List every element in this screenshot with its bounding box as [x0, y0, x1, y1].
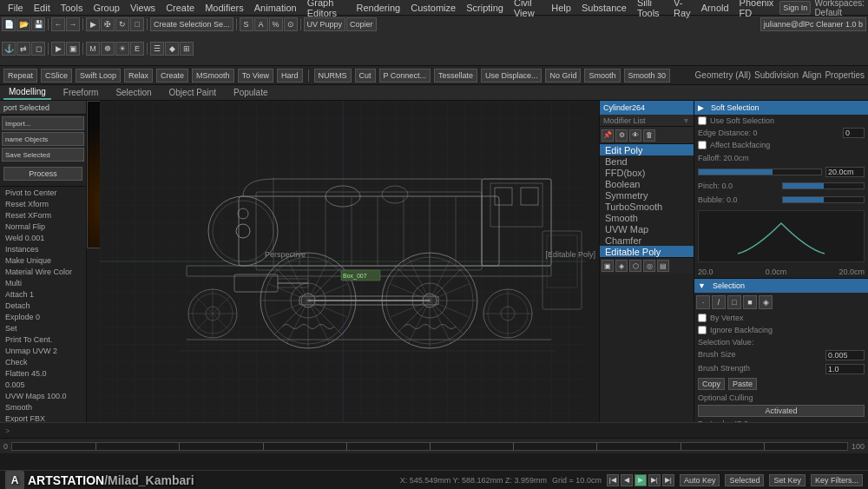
prev-frame-icon[interactable]: ◀ — [621, 474, 633, 486]
ep-reset-xform2[interactable]: Reset XForm — [0, 209, 86, 221]
tb2-link-icon[interactable]: ⚓ — [2, 42, 16, 56]
mod-ffd[interactable]: FFD(box) — [600, 167, 694, 178]
sel-paste-btn[interactable]: Paste — [728, 378, 757, 390]
ep-weld[interactable]: Weld 0.001 — [0, 232, 86, 243]
tb-save-icon[interactable]: 💾 — [31, 17, 45, 31]
menu-arnold[interactable]: Arnold — [697, 0, 733, 15]
menu-phoenix-fd[interactable]: Phoenix FD — [735, 0, 779, 15]
play-end-icon[interactable]: ▶| — [662, 474, 674, 486]
menu-civil-view[interactable]: Civil View — [510, 0, 545, 15]
tab-modelling[interactable]: Modelling — [3, 85, 51, 100]
ep-uvw-maps[interactable]: Flatten 45.0 — [0, 367, 86, 379]
mod-show-icon[interactable]: 👁 — [629, 129, 641, 142]
ep-material[interactable]: Material Wire Color — [0, 266, 86, 277]
ep-normal-flip[interactable]: Normal Flip — [0, 221, 86, 232]
menu-silli-tools[interactable]: Silli Tools — [633, 0, 667, 15]
ep-multi[interactable]: Multi — [0, 277, 86, 288]
sign-in-button[interactable]: Sign In — [779, 1, 811, 15]
menu-modifiers[interactable]: Modifiers — [201, 0, 248, 15]
menu-tools[interactable]: Tools — [56, 0, 88, 15]
next-frame-icon[interactable]: ▶| — [648, 474, 661, 486]
tb-move-icon[interactable]: ✠ — [101, 17, 115, 31]
brush-strength-input[interactable] — [825, 364, 865, 374]
tb-select-icon[interactable]: ▶ — [86, 17, 100, 31]
tb-redo-icon[interactable]: → — [66, 17, 80, 31]
menu-edit[interactable]: Edit — [30, 0, 55, 15]
sel-copy-btn[interactable]: Copy — [698, 378, 725, 390]
menu-create[interactable]: Create — [161, 0, 199, 15]
subtb-tessellate-btn[interactable]: Tessellate — [434, 69, 477, 83]
ep-attach[interactable]: Attach 1 — [0, 288, 86, 300]
subtb-msmooth-btn[interactable]: MSmooth — [192, 69, 234, 83]
viewport-wrapper[interactable]: Box_007 Perspective [Editable Poly] — [87, 101, 599, 422]
bubble-slider[interactable] — [782, 196, 865, 203]
subtb-create-btn[interactable]: Create — [156, 69, 188, 83]
ep-detach[interactable]: Detach — [0, 300, 86, 311]
subtb-repeat-btn[interactable]: Repeat — [3, 69, 37, 83]
menu-scripting[interactable]: Scripting — [462, 0, 508, 15]
menu-vray[interactable]: V-Ray — [669, 0, 695, 15]
ep-unmap-uvw[interactable]: Print To Cent. — [0, 334, 86, 345]
subtb-smooth-btn[interactable]: Smooth — [584, 69, 620, 83]
mod-stack-icon-3[interactable]: ⬡ — [629, 260, 641, 272]
soft-selection-header[interactable]: ▶ Soft Selection — [694, 101, 868, 115]
menu-group[interactable]: Group — [89, 0, 124, 15]
mod-symmetry[interactable]: Symmetry — [600, 189, 694, 201]
sel-element-icon[interactable]: ◈ — [759, 295, 773, 309]
timeline-bar[interactable] — [11, 442, 848, 451]
tab-object-paint[interactable]: Object Paint — [164, 85, 221, 100]
tb2-scene-explorer-icon[interactable]: ☸ — [101, 42, 115, 56]
menu-animation[interactable]: Animation — [250, 0, 301, 15]
subtb-smooth30-btn[interactable]: Smooth 30 — [624, 69, 671, 83]
use-soft-checkbox[interactable] — [698, 116, 707, 125]
brush-size-input[interactable] — [825, 350, 865, 360]
affect-backfacing-checkbox[interactable] — [698, 141, 707, 149]
ep-reset-xform[interactable]: Reset Xform — [0, 198, 86, 209]
subtb-use-displace-btn[interactable]: Use Displace... — [481, 69, 542, 83]
tb2-align-icon[interactable]: ☰ — [150, 42, 164, 56]
auto-key-btn[interactable]: Auto Key — [680, 474, 720, 486]
subtb-cut-btn[interactable]: Cut — [355, 69, 376, 83]
process-btn[interactable]: Process — [3, 167, 82, 181]
subtb-nurms-btn[interactable]: NURMS — [314, 69, 352, 83]
play-start-icon[interactable]: |◀ — [607, 474, 619, 486]
menu-views[interactable]: Views — [126, 0, 160, 15]
tb-scale-icon[interactable]: □ — [130, 17, 144, 31]
import-btn[interactable]: Import... — [2, 116, 84, 130]
command-input[interactable] — [16, 426, 863, 435]
tab-freeform[interactable]: Freeform — [58, 85, 104, 100]
mod-chamfer[interactable]: Chamfer — [600, 235, 694, 246]
mod-turbosmooth[interactable]: TurboSmooth — [600, 201, 694, 212]
sel-border-icon[interactable]: □ — [727, 295, 741, 309]
ep-check[interactable]: Unmap UVW 2 — [0, 345, 86, 356]
mod-boolean[interactable]: Boolean — [600, 178, 694, 189]
ep-make-unique[interactable]: Make Unique — [0, 254, 86, 266]
mod-stack-icon-4[interactable]: ◎ — [643, 260, 655, 272]
tb-snap-icon[interactable]: S — [240, 17, 253, 31]
pinch-slider[interactable] — [782, 182, 865, 189]
subtb-swift-loop-btn[interactable]: Swift Loop — [76, 69, 121, 83]
tb2-mirror-icon[interactable]: ◆ — [165, 42, 179, 56]
mod-stack-icon-1[interactable]: ▣ — [602, 260, 614, 272]
tb-undo-icon[interactable]: ← — [51, 17, 65, 31]
ignore-backfacing-checkbox[interactable] — [698, 326, 707, 334]
ep-smooth[interactable]: 0.005 — [0, 379, 86, 390]
set-key-btn[interactable]: Set Key — [769, 474, 806, 486]
tb-create-sel-btn[interactable]: Create Selection Se... — [150, 17, 233, 31]
tb2-hierarchy-icon[interactable]: ◻ — [31, 42, 45, 56]
ep-print-to-cent[interactable]: Set — [0, 322, 86, 334]
tb-open-icon[interactable]: 📂 — [16, 17, 30, 31]
sel-edge-icon[interactable]: / — [712, 295, 726, 309]
mod-smooth[interactable]: Smooth — [600, 212, 694, 223]
tb2-material-editor-icon[interactable]: M — [86, 42, 100, 56]
selected-btn[interactable]: Selected — [725, 474, 764, 486]
tb-copier-btn[interactable]: Copier — [346, 17, 377, 31]
mod-stack-icon-5[interactable]: ▤ — [657, 260, 669, 272]
tab-populate[interactable]: Populate — [228, 85, 273, 100]
tb2-render-icon[interactable]: ▶ — [51, 42, 65, 56]
ep-instances[interactable]: Instances — [0, 243, 86, 254]
mod-edit-poly[interactable]: Edit Poly — [600, 144, 694, 155]
subtb-no-grid-btn[interactable]: No Grid — [545, 69, 581, 83]
name-objects-btn[interactable]: name Objects — [2, 132, 84, 146]
tb-percent-snap-icon[interactable]: % — [269, 17, 283, 31]
